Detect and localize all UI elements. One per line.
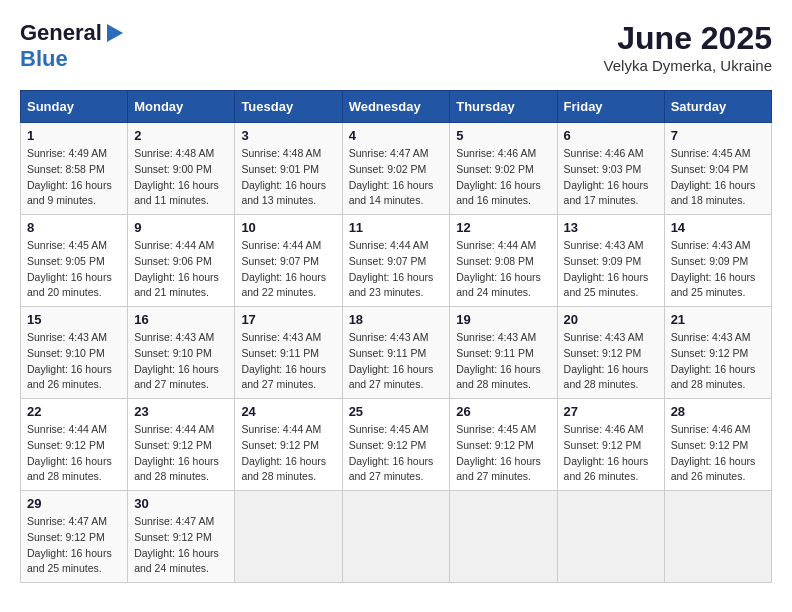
day-info: Sunrise: 4:47 AM Sunset: 9:02 PM Dayligh…	[349, 146, 444, 209]
logo-flag-icon	[103, 22, 125, 44]
calendar-cell: 3 Sunrise: 4:48 AM Sunset: 9:01 PM Dayli…	[235, 123, 342, 215]
day-number: 1	[27, 128, 121, 143]
day-info: Sunrise: 4:44 AM Sunset: 9:07 PM Dayligh…	[241, 238, 335, 301]
day-info: Sunrise: 4:43 AM Sunset: 9:10 PM Dayligh…	[27, 330, 121, 393]
logo-general-text: General	[20, 20, 102, 46]
logo: General Blue	[20, 20, 126, 72]
day-info: Sunrise: 4:44 AM Sunset: 9:08 PM Dayligh…	[456, 238, 550, 301]
calendar-cell	[664, 491, 771, 583]
day-info: Sunrise: 4:44 AM Sunset: 9:12 PM Dayligh…	[27, 422, 121, 485]
day-number: 16	[134, 312, 228, 327]
day-info: Sunrise: 4:44 AM Sunset: 9:06 PM Dayligh…	[134, 238, 228, 301]
location-label: Velyka Dymerka, Ukraine	[604, 57, 772, 74]
day-info: Sunrise: 4:48 AM Sunset: 9:01 PM Dayligh…	[241, 146, 335, 209]
calendar-cell: 22 Sunrise: 4:44 AM Sunset: 9:12 PM Dayl…	[21, 399, 128, 491]
page-header: General Blue June 2025 Velyka Dymerka, U…	[20, 20, 772, 74]
calendar-row: 1 Sunrise: 4:49 AM Sunset: 8:58 PM Dayli…	[21, 123, 772, 215]
calendar-cell: 11 Sunrise: 4:44 AM Sunset: 9:07 PM Dayl…	[342, 215, 450, 307]
calendar-cell: 9 Sunrise: 4:44 AM Sunset: 9:06 PM Dayli…	[128, 215, 235, 307]
calendar-cell: 8 Sunrise: 4:45 AM Sunset: 9:05 PM Dayli…	[21, 215, 128, 307]
day-number: 21	[671, 312, 765, 327]
calendar-cell	[235, 491, 342, 583]
calendar-cell: 4 Sunrise: 4:47 AM Sunset: 9:02 PM Dayli…	[342, 123, 450, 215]
day-info: Sunrise: 4:44 AM Sunset: 9:12 PM Dayligh…	[134, 422, 228, 485]
calendar-cell: 17 Sunrise: 4:43 AM Sunset: 9:11 PM Dayl…	[235, 307, 342, 399]
calendar-row: 29 Sunrise: 4:47 AM Sunset: 9:12 PM Dayl…	[21, 491, 772, 583]
day-number: 27	[564, 404, 658, 419]
title-block: June 2025 Velyka Dymerka, Ukraine	[604, 20, 772, 74]
day-number: 26	[456, 404, 550, 419]
calendar-cell: 25 Sunrise: 4:45 AM Sunset: 9:12 PM Dayl…	[342, 399, 450, 491]
day-number: 9	[134, 220, 228, 235]
calendar-cell: 6 Sunrise: 4:46 AM Sunset: 9:03 PM Dayli…	[557, 123, 664, 215]
calendar-row: 15 Sunrise: 4:43 AM Sunset: 9:10 PM Dayl…	[21, 307, 772, 399]
calendar-table: Sunday Monday Tuesday Wednesday Thursday…	[20, 90, 772, 583]
calendar-header-row: Sunday Monday Tuesday Wednesday Thursday…	[21, 91, 772, 123]
day-number: 13	[564, 220, 658, 235]
day-info: Sunrise: 4:46 AM Sunset: 9:12 PM Dayligh…	[671, 422, 765, 485]
day-number: 4	[349, 128, 444, 143]
col-thursday: Thursday	[450, 91, 557, 123]
logo-blue-text: Blue	[20, 46, 68, 71]
calendar-row: 8 Sunrise: 4:45 AM Sunset: 9:05 PM Dayli…	[21, 215, 772, 307]
calendar-row: 22 Sunrise: 4:44 AM Sunset: 9:12 PM Dayl…	[21, 399, 772, 491]
calendar-cell: 19 Sunrise: 4:43 AM Sunset: 9:11 PM Dayl…	[450, 307, 557, 399]
calendar-cell: 14 Sunrise: 4:43 AM Sunset: 9:09 PM Dayl…	[664, 215, 771, 307]
day-number: 11	[349, 220, 444, 235]
day-info: Sunrise: 4:49 AM Sunset: 8:58 PM Dayligh…	[27, 146, 121, 209]
day-number: 8	[27, 220, 121, 235]
day-info: Sunrise: 4:43 AM Sunset: 9:09 PM Dayligh…	[671, 238, 765, 301]
calendar-cell: 7 Sunrise: 4:45 AM Sunset: 9:04 PM Dayli…	[664, 123, 771, 215]
day-number: 10	[241, 220, 335, 235]
day-number: 2	[134, 128, 228, 143]
day-info: Sunrise: 4:48 AM Sunset: 9:00 PM Dayligh…	[134, 146, 228, 209]
calendar-cell	[450, 491, 557, 583]
calendar-cell: 26 Sunrise: 4:45 AM Sunset: 9:12 PM Dayl…	[450, 399, 557, 491]
calendar-cell: 23 Sunrise: 4:44 AM Sunset: 9:12 PM Dayl…	[128, 399, 235, 491]
day-number: 12	[456, 220, 550, 235]
day-info: Sunrise: 4:45 AM Sunset: 9:12 PM Dayligh…	[456, 422, 550, 485]
col-sunday: Sunday	[21, 91, 128, 123]
calendar-cell: 29 Sunrise: 4:47 AM Sunset: 9:12 PM Dayl…	[21, 491, 128, 583]
day-number: 6	[564, 128, 658, 143]
calendar-cell: 20 Sunrise: 4:43 AM Sunset: 9:12 PM Dayl…	[557, 307, 664, 399]
day-info: Sunrise: 4:43 AM Sunset: 9:09 PM Dayligh…	[564, 238, 658, 301]
calendar-cell: 10 Sunrise: 4:44 AM Sunset: 9:07 PM Dayl…	[235, 215, 342, 307]
calendar-cell: 16 Sunrise: 4:43 AM Sunset: 9:10 PM Dayl…	[128, 307, 235, 399]
calendar-cell: 13 Sunrise: 4:43 AM Sunset: 9:09 PM Dayl…	[557, 215, 664, 307]
calendar-cell: 15 Sunrise: 4:43 AM Sunset: 9:10 PM Dayl…	[21, 307, 128, 399]
day-number: 17	[241, 312, 335, 327]
day-number: 19	[456, 312, 550, 327]
calendar-cell: 28 Sunrise: 4:46 AM Sunset: 9:12 PM Dayl…	[664, 399, 771, 491]
calendar-cell	[342, 491, 450, 583]
col-friday: Friday	[557, 91, 664, 123]
day-info: Sunrise: 4:43 AM Sunset: 9:12 PM Dayligh…	[564, 330, 658, 393]
calendar-cell: 12 Sunrise: 4:44 AM Sunset: 9:08 PM Dayl…	[450, 215, 557, 307]
day-info: Sunrise: 4:46 AM Sunset: 9:03 PM Dayligh…	[564, 146, 658, 209]
calendar-cell: 30 Sunrise: 4:47 AM Sunset: 9:12 PM Dayl…	[128, 491, 235, 583]
day-info: Sunrise: 4:43 AM Sunset: 9:11 PM Dayligh…	[241, 330, 335, 393]
day-number: 18	[349, 312, 444, 327]
calendar-cell: 21 Sunrise: 4:43 AM Sunset: 9:12 PM Dayl…	[664, 307, 771, 399]
day-number: 24	[241, 404, 335, 419]
day-info: Sunrise: 4:44 AM Sunset: 9:07 PM Dayligh…	[349, 238, 444, 301]
calendar-cell: 18 Sunrise: 4:43 AM Sunset: 9:11 PM Dayl…	[342, 307, 450, 399]
day-number: 20	[564, 312, 658, 327]
calendar-cell: 5 Sunrise: 4:46 AM Sunset: 9:02 PM Dayli…	[450, 123, 557, 215]
day-number: 22	[27, 404, 121, 419]
day-number: 15	[27, 312, 121, 327]
calendar-cell: 1 Sunrise: 4:49 AM Sunset: 8:58 PM Dayli…	[21, 123, 128, 215]
day-info: Sunrise: 4:46 AM Sunset: 9:02 PM Dayligh…	[456, 146, 550, 209]
calendar-cell: 27 Sunrise: 4:46 AM Sunset: 9:12 PM Dayl…	[557, 399, 664, 491]
day-info: Sunrise: 4:43 AM Sunset: 9:11 PM Dayligh…	[349, 330, 444, 393]
day-info: Sunrise: 4:47 AM Sunset: 9:12 PM Dayligh…	[27, 514, 121, 577]
day-number: 7	[671, 128, 765, 143]
day-info: Sunrise: 4:43 AM Sunset: 9:10 PM Dayligh…	[134, 330, 228, 393]
day-number: 23	[134, 404, 228, 419]
svg-marker-0	[107, 24, 123, 42]
day-number: 28	[671, 404, 765, 419]
day-number: 5	[456, 128, 550, 143]
day-info: Sunrise: 4:45 AM Sunset: 9:12 PM Dayligh…	[349, 422, 444, 485]
month-title: June 2025	[604, 20, 772, 57]
calendar-cell: 2 Sunrise: 4:48 AM Sunset: 9:00 PM Dayli…	[128, 123, 235, 215]
